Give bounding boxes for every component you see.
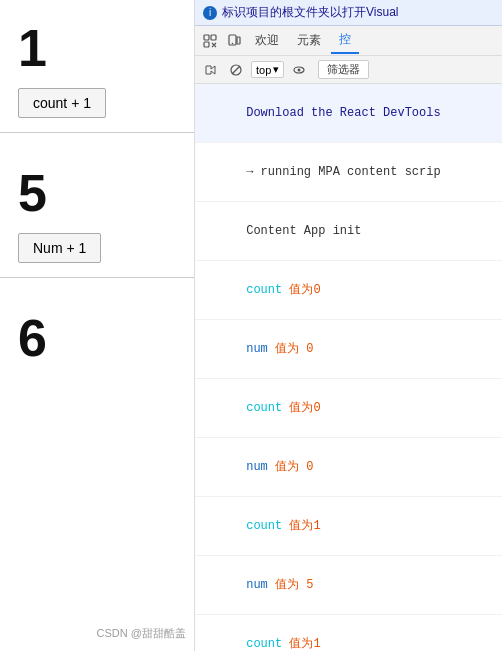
console-keyword: num: [246, 342, 268, 356]
count-button[interactable]: count + 1: [18, 88, 106, 118]
svg-rect-4: [237, 37, 240, 44]
console-keyword: count: [246, 283, 282, 297]
console-keyword: num: [246, 460, 268, 474]
console-text: [268, 460, 275, 474]
left-panel: 1 count + 1 5 Num + 1 6 CSDN @甜甜酷盖: [0, 0, 195, 651]
filter-button[interactable]: 筛选器: [318, 60, 369, 79]
console-value: 值为0: [289, 401, 320, 415]
console-line: count 值为0: [195, 379, 502, 438]
console-line: num 值为 0: [195, 438, 502, 497]
watermark: CSDN @甜甜酷盖: [97, 626, 186, 641]
console-text: [268, 342, 275, 356]
console-value: 值为 0: [275, 460, 313, 474]
devtools-panel: i 标识项目的根文件夹以打开Visual 欢迎 元素 控: [195, 0, 502, 651]
inspect-icon[interactable]: [199, 30, 221, 52]
num-button[interactable]: Num + 1: [18, 233, 101, 263]
tab-elements[interactable]: 元素: [289, 28, 329, 53]
svg-line-7: [232, 66, 240, 74]
svg-point-9: [298, 68, 301, 71]
eye-icon[interactable]: [288, 59, 310, 81]
console-line: count 值为1: [195, 497, 502, 556]
console-line: num 值为 5: [195, 556, 502, 615]
devtools-info-bar: i 标识项目的根文件夹以打开Visual: [195, 0, 502, 26]
console-line: count 值为1: [195, 615, 502, 651]
console-keyword: count: [246, 519, 282, 533]
device-icon[interactable]: [223, 30, 245, 52]
svg-rect-0: [204, 35, 209, 40]
svg-rect-1: [211, 35, 216, 40]
number-6-display: 6: [0, 278, 194, 368]
devtools-tabs: 欢迎 元素 控: [195, 26, 502, 56]
number-1-display: 1: [0, 0, 194, 78]
console-keyword: count: [246, 401, 282, 415]
console-value: 值为0: [289, 283, 320, 297]
console-line: count 值为0: [195, 261, 502, 320]
console-text: [268, 578, 275, 592]
svg-rect-2: [204, 42, 209, 47]
console-keyword: num: [246, 578, 268, 592]
number-5-display: 5: [0, 133, 194, 223]
tab-welcome[interactable]: 欢迎: [247, 28, 287, 53]
console-value: 值为1: [289, 637, 320, 651]
console-value: 值为 5: [275, 578, 313, 592]
info-bar-text: 标识项目的根文件夹以打开Visual: [222, 4, 398, 21]
console-line: → running MPA content scrip: [195, 143, 502, 202]
console-text: Download the React DevTools: [246, 106, 440, 120]
svg-point-5: [232, 42, 234, 44]
info-icon: i: [203, 6, 217, 20]
console-line: Content App init: [195, 202, 502, 261]
top-selector-arrow: ▾: [273, 63, 279, 76]
block-icon[interactable]: [225, 59, 247, 81]
console-keyword: count: [246, 637, 282, 651]
devtools-toolbar: top ▾ 筛选器: [195, 56, 502, 84]
console-output: Download the React DevTools → running MP…: [195, 84, 502, 651]
tab-console[interactable]: 控: [331, 27, 359, 54]
top-selector[interactable]: top ▾: [251, 61, 284, 78]
console-line: Download the React DevTools: [195, 84, 502, 143]
console-text: → running MPA content scrip: [246, 165, 440, 179]
forward-icon[interactable]: [199, 59, 221, 81]
top-selector-label: top: [256, 64, 271, 76]
console-value: 值为1: [289, 519, 320, 533]
console-line: num 值为 0: [195, 320, 502, 379]
console-value: 值为 0: [275, 342, 313, 356]
console-text: Content App init: [246, 224, 361, 238]
